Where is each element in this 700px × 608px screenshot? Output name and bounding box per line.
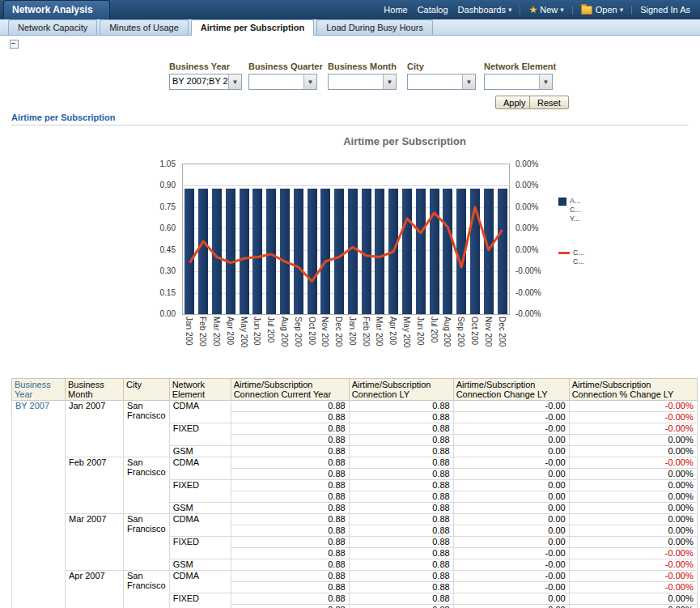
dropdown-arrow-icon[interactable]: ▼ <box>303 74 316 89</box>
x-axis-label: Oct 200 <box>470 317 479 345</box>
column-header-airtime-subscription-6[interactable]: Airtime/Subscription Connection Change L… <box>453 379 569 401</box>
cell-business-year[interactable]: BY 2007 <box>12 401 66 608</box>
column-header-business-0[interactable]: Business Year <box>12 379 66 401</box>
cell-value: 0.88 <box>231 469 349 480</box>
prompt-label: City <box>407 62 476 71</box>
chart-area: Airtime per Subscription 1.050.00%0.900.… <box>0 125 700 368</box>
legend-label-line: A... <box>570 197 581 206</box>
dropdown-arrow-icon[interactable]: ▼ <box>383 74 396 89</box>
nav-separator <box>631 6 632 15</box>
legend-line-swatch <box>558 252 570 254</box>
dropdown-arrow-icon[interactable]: ▼ <box>462 74 475 89</box>
column-header-business-1[interactable]: Business Month <box>66 379 124 401</box>
cell-value: 0.88 <box>231 514 349 525</box>
cell-network-element: GSM <box>169 446 231 457</box>
prompt-dropdown-network-element[interactable]: ▼ <box>484 74 553 90</box>
table-row: Feb 2007San FranciscoCDMA0.880.88-0.00-0… <box>12 457 698 469</box>
prompt-dropdown-city[interactable]: ▼ <box>407 74 476 90</box>
x-axis-label: Jan 200 <box>348 317 357 346</box>
y-axis-tick-right: -0.00% <box>515 266 549 275</box>
prompt-dropdown-business-quarter[interactable]: ▼ <box>248 74 317 90</box>
tab-airtime-per-subscription[interactable]: Airtime per Subscription <box>191 19 314 36</box>
reset-button[interactable]: Reset <box>529 96 569 109</box>
cell-value: 0.88 <box>231 582 349 593</box>
dropdown-value <box>408 74 462 89</box>
legend-label: A...C...Y... <box>570 197 581 223</box>
nav-open[interactable]: Open▾ <box>581 5 623 15</box>
legend-label: C...C... <box>573 249 584 266</box>
cell-value: -0.00% <box>569 401 697 412</box>
dropdown-arrow-icon[interactable]: ▼ <box>228 74 241 89</box>
cell-value: 0.00% <box>569 469 697 480</box>
chart-plot <box>182 164 510 315</box>
table-row: Apr 2007San FranciscoCDMA0.880.88-0.00-0… <box>12 571 698 582</box>
cell-value: -0.00% <box>569 548 697 559</box>
cell-business-month: Feb 2007 <box>66 457 124 514</box>
tab-load-during-busy-hours[interactable]: Load During Busy Hours <box>316 19 433 35</box>
cell-value: 0.00 <box>453 469 569 480</box>
cell-value: 0.88 <box>231 435 349 446</box>
cell-network-element: FIXED <box>169 480 231 503</box>
prompt-label: Business Quarter <box>248 62 317 71</box>
cell-value: 0.88 <box>349 525 453 537</box>
chart-line-series[interactable] <box>183 164 509 314</box>
nav-new[interactable]: ★New▾ <box>528 4 563 15</box>
prompt-dropdown-business-month[interactable]: ▼ <box>328 74 397 90</box>
nav-home[interactable]: Home <box>384 5 407 15</box>
cell-value: 0.88 <box>349 412 453 423</box>
cell-value: 0.88 <box>349 559 453 571</box>
cell-value: 0.00 <box>453 605 569 608</box>
column-header-city-2[interactable]: City <box>124 379 170 401</box>
cell-value: -0.00 <box>453 559 569 571</box>
cell-value: 0.88 <box>349 423 453 435</box>
cell-city: San Francisco <box>124 514 170 571</box>
table-row: BY 2007Jan 2007San FranciscoCDMA0.880.88… <box>12 401 698 412</box>
cell-value: 0.00% <box>569 480 697 491</box>
column-header-airtime-subscription-4[interactable]: Airtime/Subscription Connection Current … <box>231 379 349 401</box>
dashboard-title: Network Analysis <box>3 0 110 19</box>
column-header-airtime-subscription-5[interactable]: Airtime/Subscription Connection LY <box>349 379 453 401</box>
cell-value: 0.00 <box>453 503 569 514</box>
column-header-network-3[interactable]: Network Element <box>169 379 231 401</box>
section-header: Airtime per Subscription <box>11 113 689 125</box>
nav-dashboards[interactable]: Dashboards▾ <box>458 5 512 15</box>
chart-title: Airtime per Subscription <box>194 135 615 147</box>
apply-button[interactable]: Apply <box>495 96 534 109</box>
cell-value: 0.00% <box>569 593 697 605</box>
legend-label-line: C... <box>570 206 581 215</box>
x-axis-label: Nov 200 <box>484 317 493 347</box>
cell-value: 0.88 <box>349 548 453 559</box>
cell-value: 0.88 <box>349 480 453 491</box>
cell-value: 0.88 <box>231 559 349 571</box>
cell-value: 0.88 <box>349 593 453 605</box>
tab-network-capacity[interactable]: Network Capacity <box>8 19 97 35</box>
cell-value: 0.88 <box>349 457 453 469</box>
x-axis-label: Jun 200 <box>416 317 425 346</box>
x-axis-label: Oct 200 <box>308 317 316 345</box>
collapse-section-icon[interactable] <box>10 40 19 49</box>
tab-minutes-of-usage[interactable]: Minutes of Usage <box>100 19 189 35</box>
cell-value: 0.88 <box>231 412 349 423</box>
cell-value: 0.00 <box>453 537 569 548</box>
nav-signed-in-as[interactable]: Signed In As <box>640 5 690 15</box>
prompt-business-month: Business Month▼ <box>328 62 397 90</box>
dropdown-arrow-icon[interactable]: ▼ <box>539 74 552 89</box>
nav-catalog[interactable]: Catalog <box>418 5 448 15</box>
prompt-dropdown-business-year[interactable]: BY 2007;BY 200▼ <box>169 74 242 90</box>
cell-value: 0.88 <box>231 593 349 605</box>
cell-value: 0.88 <box>231 491 349 503</box>
x-axis-label: Jan 200 <box>185 317 193 346</box>
x-axis-label: May 200 <box>240 317 248 347</box>
cell-value: 0.88 <box>231 480 349 491</box>
cell-value: 0.00 <box>453 491 569 503</box>
cell-value: 0.00 <box>453 593 569 605</box>
nav-label: Catalog <box>418 5 448 15</box>
legend-bar-swatch <box>558 198 566 206</box>
column-header-airtime-subscription-7[interactable]: Airtime/Subscription Connection % Change… <box>569 379 697 401</box>
legend-label-line: C... <box>573 249 584 257</box>
nav-label: Open <box>596 5 617 15</box>
chevron-down-icon: ▾ <box>508 6 512 14</box>
cell-value: -0.00% <box>569 423 697 435</box>
cell-value: 0.00% <box>569 435 697 446</box>
nav-separator <box>520 6 520 15</box>
